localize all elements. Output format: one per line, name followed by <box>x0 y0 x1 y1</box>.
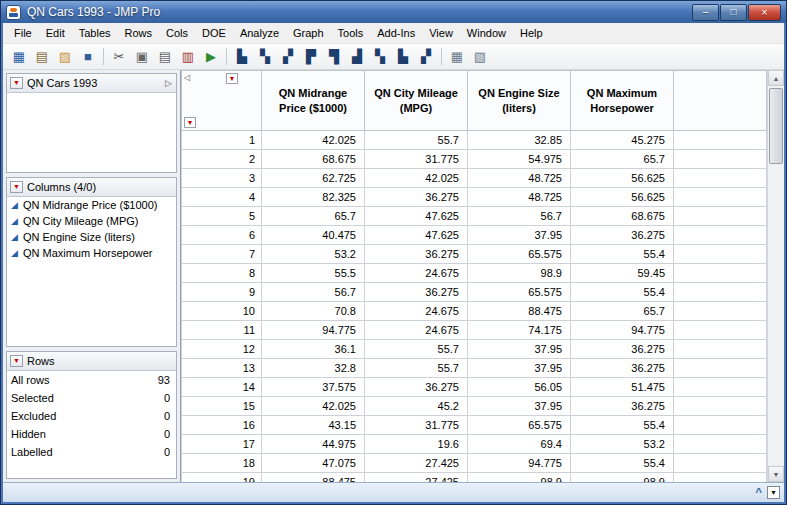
fit-model-icon[interactable]: ▛ <box>300 46 322 68</box>
data-cell[interactable]: 42.025 <box>365 169 468 188</box>
new-data-table-icon[interactable]: ▦ <box>8 46 30 68</box>
cut-icon[interactable]: ✂ <box>108 46 130 68</box>
rows-red-triangle-icon[interactable]: ▼ <box>184 117 196 128</box>
data-cell[interactable]: 88.475 <box>468 302 571 321</box>
row-number-cell[interactable]: 5 <box>182 207 262 226</box>
data-cell[interactable]: 47.075 <box>262 454 365 473</box>
menu-analyze[interactable]: Analyze <box>233 24 286 42</box>
data-cell[interactable]: 37.95 <box>468 359 571 378</box>
data-cell[interactable]: 70.8 <box>262 302 365 321</box>
row-number-cell[interactable]: 19 <box>182 473 262 482</box>
column-list-item[interactable]: ◢QN Engine Size (liters) <box>7 229 176 245</box>
scroll-up-arrow-icon[interactable]: ▲ <box>768 70 784 86</box>
data-cell[interactable]: 65.7 <box>262 207 365 226</box>
table-panel-header[interactable]: ▼ QN Cars 1993 ▷ <box>7 74 176 93</box>
data-cell[interactable]: 65.575 <box>468 283 571 302</box>
data-cell[interactable]: 94.775 <box>571 321 674 340</box>
clear-icon[interactable]: ▥ <box>177 46 199 68</box>
row-number-cell[interactable]: 14 <box>182 378 262 397</box>
data-cell[interactable]: 94.775 <box>262 321 365 340</box>
data-cell[interactable]: 62.725 <box>262 169 365 188</box>
row-number-cell[interactable]: 8 <box>182 264 262 283</box>
title-bar[interactable]: QN Cars 1993 - JMP Pro – □ × <box>1 1 786 23</box>
data-cell[interactable]: 48.725 <box>468 169 571 188</box>
data-cell[interactable]: 48.725 <box>468 188 571 207</box>
menu-window[interactable]: Window <box>460 24 513 42</box>
red-triangle-icon[interactable]: ▼ <box>10 77 23 89</box>
paste-icon[interactable]: ▤ <box>154 46 176 68</box>
data-cell[interactable]: 24.675 <box>365 264 468 283</box>
minimize-button[interactable]: – <box>692 4 719 21</box>
data-cell[interactable]: 31.775 <box>365 150 468 169</box>
row-number-cell[interactable]: 15 <box>182 397 262 416</box>
data-cell[interactable]: 32.8 <box>262 359 365 378</box>
data-cell[interactable]: 36.275 <box>365 283 468 302</box>
data-cell[interactable]: 36.275 <box>365 378 468 397</box>
window-layout-icon[interactable]: ▦ <box>446 46 468 68</box>
data-cell[interactable]: 55.4 <box>571 245 674 264</box>
columns-panel-header[interactable]: ▼ Columns (4/0) <box>7 178 176 197</box>
row-number-cell[interactable]: 10 <box>182 302 262 321</box>
data-cell[interactable]: 56.625 <box>571 169 674 188</box>
journal-layout-icon[interactable]: ▧ <box>469 46 491 68</box>
data-cell[interactable]: 55.7 <box>365 131 468 150</box>
data-cell[interactable]: 65.575 <box>468 245 571 264</box>
row-number-cell[interactable]: 7 <box>182 245 262 264</box>
data-cell[interactable]: 65.575 <box>468 416 571 435</box>
data-cell[interactable]: 65.7 <box>571 150 674 169</box>
column-header[interactable]: QN Midrange Price ($1000) <box>262 71 365 131</box>
red-triangle-icon[interactable]: ▼ <box>10 181 23 193</box>
quality-control-icon[interactable]: ▚ <box>369 46 391 68</box>
fit-y-by-x-icon[interactable]: ▚ <box>254 46 276 68</box>
data-cell[interactable]: 36.275 <box>571 226 674 245</box>
vertical-scrollbar[interactable]: ▲ ▼ <box>767 70 784 482</box>
rows-panel-header[interactable]: ▼ Rows <box>7 352 176 371</box>
data-cell[interactable]: 54.975 <box>468 150 571 169</box>
reliability-icon[interactable]: ▙ <box>392 46 414 68</box>
data-cell[interactable]: 36.1 <box>262 340 365 359</box>
menu-addins[interactable]: Add-Ins <box>370 24 422 42</box>
menu-tables[interactable]: Tables <box>72 24 118 42</box>
data-cell[interactable]: 56.7 <box>262 283 365 302</box>
data-cell[interactable]: 55.5 <box>262 264 365 283</box>
data-cell[interactable]: 36.275 <box>571 340 674 359</box>
column-list-item[interactable]: ◢QN City Mileage (MPG) <box>7 213 176 229</box>
data-cell[interactable]: 32.85 <box>468 131 571 150</box>
data-cell[interactable]: 88.475 <box>262 473 365 482</box>
row-number-cell[interactable]: 18 <box>182 454 262 473</box>
menu-doe[interactable]: DOE <box>195 24 233 42</box>
data-cell[interactable]: 36.275 <box>365 245 468 264</box>
row-number-cell[interactable]: 13 <box>182 359 262 378</box>
data-cell[interactable]: 43.15 <box>262 416 365 435</box>
data-cell[interactable]: 24.675 <box>365 302 468 321</box>
data-cell[interactable]: 98.9 <box>468 264 571 283</box>
data-cell[interactable]: 53.2 <box>571 435 674 454</box>
data-cell[interactable]: 36.275 <box>365 188 468 207</box>
data-cell[interactable]: 19.6 <box>365 435 468 454</box>
matched-pairs-icon[interactable]: ▞ <box>277 46 299 68</box>
close-button[interactable]: × <box>748 4 781 21</box>
row-number-cell[interactable]: 11 <box>182 321 262 340</box>
data-cell[interactable]: 37.95 <box>468 397 571 416</box>
row-number-cell[interactable]: 9 <box>182 283 262 302</box>
data-cell[interactable]: 45.2 <box>365 397 468 416</box>
copy-icon[interactable]: ▣ <box>131 46 153 68</box>
column-header[interactable]: QN City Mileage (MPG) <box>365 71 468 131</box>
row-number-cell[interactable]: 2 <box>182 150 262 169</box>
data-cell[interactable]: 65.7 <box>571 302 674 321</box>
data-cell[interactable]: 69.4 <box>468 435 571 454</box>
data-cell[interactable]: 37.575 <box>262 378 365 397</box>
column-header[interactable]: QN Engine Size (liters) <box>468 71 571 131</box>
doe-platform-icon[interactable]: ▞ <box>415 46 437 68</box>
data-cell[interactable]: 56.7 <box>468 207 571 226</box>
open-icon[interactable]: ▨ <box>54 46 76 68</box>
menu-edit[interactable]: Edit <box>39 24 72 42</box>
menu-view[interactable]: View <box>422 24 460 42</box>
data-cell[interactable]: 51.475 <box>571 378 674 397</box>
data-cell[interactable]: 55.7 <box>365 340 468 359</box>
row-number-cell[interactable]: 16 <box>182 416 262 435</box>
row-number-cell[interactable]: 6 <box>182 226 262 245</box>
data-cell[interactable]: 59.45 <box>571 264 674 283</box>
data-cell[interactable]: 44.975 <box>262 435 365 454</box>
panel-expand-icon[interactable]: ▷ <box>165 78 173 88</box>
